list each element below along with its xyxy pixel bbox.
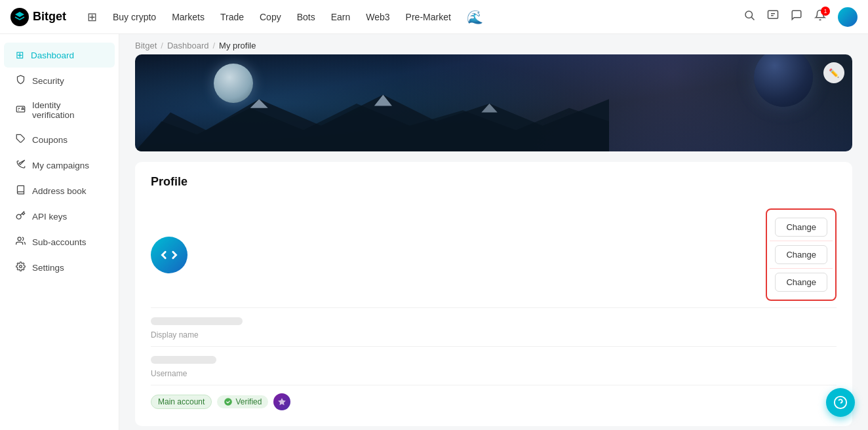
edit-banner-button[interactable]: ✏️ xyxy=(823,62,844,83)
svg-point-8 xyxy=(18,237,21,241)
sub-accounts-icon xyxy=(16,236,26,248)
apps-icon[interactable]: ⊞ xyxy=(87,10,97,24)
sidebar-item-sub-accounts[interactable]: Sub-accounts xyxy=(4,229,115,254)
breadcrumb-parent[interactable]: Dashboard xyxy=(167,41,209,50)
sidebar-item-security[interactable]: Security xyxy=(4,68,115,93)
top-navigation: Bitget ⊞ Buy crypto Markets Trade Copy B… xyxy=(0,0,868,34)
support-button[interactable] xyxy=(826,388,855,417)
nav-copy[interactable]: Copy xyxy=(260,12,281,22)
sidebar-item-coupons[interactable]: Coupons xyxy=(4,127,115,152)
sidebar-item-dashboard[interactable]: ⊞ Dashboard xyxy=(4,43,115,68)
sidebar-item-address-book[interactable]: Address book xyxy=(4,178,115,203)
transfer-icon[interactable] xyxy=(767,9,779,24)
breadcrumb-current: My profile xyxy=(219,41,256,50)
profile-display-name-row: Display name xyxy=(151,308,837,347)
sidebar: ⊞ Dashboard Security Identity verificati… xyxy=(0,34,119,430)
dashboard-icon: ⊞ xyxy=(16,49,24,61)
svg-marker-11 xyxy=(135,104,609,151)
breadcrumb-root[interactable]: Bitget xyxy=(135,41,157,50)
settings-icon xyxy=(16,262,26,273)
sidebar-item-settings[interactable]: Settings xyxy=(4,255,115,280)
change-display-name-button[interactable]: Change xyxy=(775,245,827,264)
username-label: Username xyxy=(151,369,216,378)
profile-section: Profile Change xyxy=(135,162,852,426)
profile-avatar-row: Change Change Change xyxy=(151,202,837,308)
user-avatar xyxy=(151,237,187,273)
badges-row: Main account Verified xyxy=(151,385,837,413)
svg-point-1 xyxy=(745,11,753,18)
nav-bots[interactable]: Bots xyxy=(297,12,315,22)
profile-badge-avatar xyxy=(273,393,290,410)
sidebar-item-identity-verification[interactable]: Identity verification xyxy=(4,94,115,127)
breadcrumb: Bitget / Dashboard / My profile xyxy=(119,34,868,54)
display-name-label: Display name xyxy=(151,330,243,340)
change-avatar-button[interactable]: Change xyxy=(775,218,827,237)
api-keys-icon xyxy=(16,210,26,222)
profile-title: Profile xyxy=(151,175,837,189)
display-name-value xyxy=(151,317,243,325)
change-username-row: Change xyxy=(770,268,833,296)
promo-icon[interactable]: 🌊 xyxy=(467,9,483,25)
nav-earn[interactable]: Earn xyxy=(331,12,351,22)
svg-point-9 xyxy=(20,265,22,268)
security-icon xyxy=(16,75,26,87)
svg-line-2 xyxy=(751,17,754,20)
address-book-icon xyxy=(16,185,26,197)
change-username-button[interactable]: Change xyxy=(775,273,827,292)
username-value xyxy=(151,356,216,364)
profile-username-row: Username xyxy=(151,347,837,385)
nav-pre-market[interactable]: Pre-Market xyxy=(406,12,451,22)
main-account-badge: Main account xyxy=(151,395,212,409)
change-avatar-row: Change xyxy=(770,214,833,241)
sidebar-item-my-campaigns[interactable]: My campaigns xyxy=(4,153,115,178)
hero-banner: ✏️ xyxy=(135,54,852,151)
mountains-decoration xyxy=(135,86,609,151)
nav-markets[interactable]: Markets xyxy=(172,12,205,22)
sidebar-item-api-keys[interactable]: API keys xyxy=(4,204,115,229)
nav-buy-crypto[interactable]: Buy crypto xyxy=(113,12,156,22)
coupons-icon xyxy=(16,134,26,146)
main-content: Bitget / Dashboard / My profile xyxy=(119,34,868,430)
svg-marker-7 xyxy=(19,160,25,165)
campaigns-icon xyxy=(16,159,26,171)
user-avatar-nav[interactable] xyxy=(838,7,858,27)
search-icon[interactable] xyxy=(743,9,755,24)
svg-point-15 xyxy=(225,398,233,406)
change-buttons-group: Change Change Change xyxy=(766,208,837,301)
svg-rect-3 xyxy=(768,10,778,18)
nav-web3[interactable]: Web3 xyxy=(366,12,389,22)
notifications-icon[interactable]: 1 xyxy=(814,9,826,24)
nav-trade[interactable]: Trade xyxy=(220,12,244,22)
planet-decoration xyxy=(754,54,813,107)
verified-badge: Verified xyxy=(217,395,268,408)
change-display-name-row: Change xyxy=(770,241,833,268)
notification-badge: 1 xyxy=(821,7,830,16)
logo[interactable]: Bitget xyxy=(10,8,66,26)
identity-icon xyxy=(16,104,26,116)
messages-icon[interactable] xyxy=(791,9,802,24)
